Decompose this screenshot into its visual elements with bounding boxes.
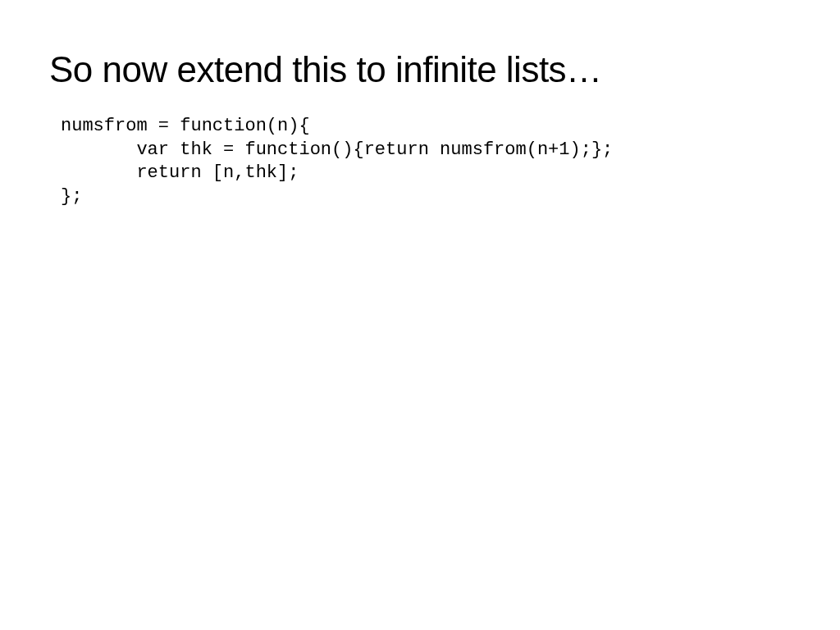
slide-container: So now extend this to infinite lists… nu… [0,0,840,630]
slide-title: So now extend this to infinite lists… [49,49,791,90]
code-block: numsfrom = function(n){ var thk = functi… [49,115,791,208]
